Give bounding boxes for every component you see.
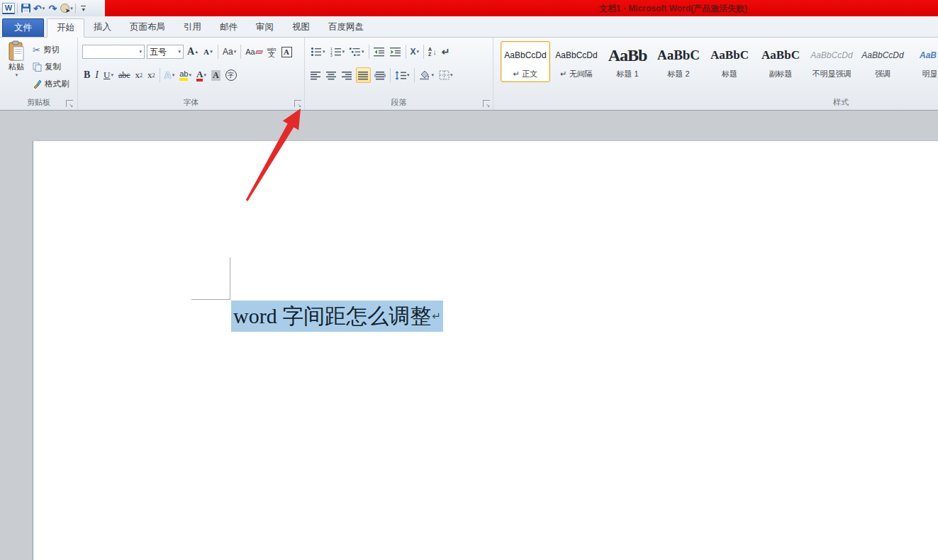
strikethrough-button[interactable]: abc (117, 67, 132, 83)
dropdown-caret-icon: ▾ (189, 72, 191, 78)
bold-button[interactable]: B (82, 67, 91, 83)
superscript-button[interactable]: x2 (146, 67, 157, 83)
increase-indent-button[interactable] (389, 44, 403, 60)
font-color-button[interactable]: A▾ (195, 67, 208, 83)
paste-button[interactable]: 粘贴 ▾ (3, 40, 30, 96)
separator (240, 45, 241, 59)
quick-access-toolbar: W ↶▾ ↷ ➤▾ ▼ (2, 1, 89, 15)
paragraph-mark-icon: ↵ (442, 46, 450, 57)
clipboard-group: 粘贴 ▾ ✂ 剪切 复制 (0, 38, 78, 110)
character-shading-button[interactable]: A (210, 67, 222, 83)
dropdown-caret-icon: ▾ (172, 72, 175, 78)
distribute-icon (374, 71, 386, 80)
borders-button[interactable]: ▾ (437, 67, 454, 83)
increase-indent-icon (390, 47, 401, 57)
phonetic-guide-icon: wén 文 (267, 47, 277, 57)
style-subtle-emphasis[interactable]: AaBbCcDd 不明显强调 (807, 41, 856, 82)
ribbon-tab-row: 文件 开始 插入 页面布局 引用 邮件 审阅 视图 百度网盘 (0, 16, 938, 38)
align-left-button[interactable] (309, 67, 323, 83)
tab-insert[interactable]: 插入 (84, 18, 121, 37)
multilevel-list-icon (350, 47, 361, 57)
tab-file[interactable]: 文件 (2, 18, 44, 37)
word-logo-icon[interactable]: W (2, 3, 15, 14)
svg-text:3: 3 (330, 53, 333, 57)
line-spacing-icon (395, 71, 406, 80)
style-title[interactable]: AaBbC 标题 (705, 41, 754, 82)
text-highlight-button[interactable]: ab▾ (178, 67, 193, 83)
shading-button[interactable]: ▾ (418, 67, 436, 83)
paragraph-group-label: 段落 (305, 97, 493, 108)
tab-review[interactable]: 审阅 (247, 18, 283, 37)
font-group-label: 字体 (78, 97, 304, 108)
format-painter-button[interactable]: 格式刷 (33, 75, 69, 92)
undo-button[interactable]: ↶▾ (33, 2, 45, 15)
styles-group-label: 样式 (770, 97, 912, 108)
document-page[interactable]: word 字间距怎么调整 ↵ Bai du (33, 141, 938, 560)
font-dialog-launcher[interactable]: ↘ (294, 100, 301, 107)
style-heading2[interactable]: AaBbC 标题 2 (654, 41, 703, 82)
bullets-button[interactable]: ▾ (309, 44, 327, 60)
shrink-font-button[interactable]: A▼ (202, 44, 215, 60)
style-heading1[interactable]: AaBb 标题 1 (603, 41, 652, 82)
italic-button[interactable]: I (94, 67, 100, 83)
justify-button[interactable] (356, 67, 371, 83)
style-subtitle[interactable]: AaBbC 副标题 (756, 41, 805, 82)
align-left-icon (311, 71, 321, 80)
dropdown-caret-icon: ▾ (342, 49, 345, 55)
save-icon[interactable] (20, 2, 31, 15)
tab-baidu-netdisk[interactable]: 百度网盘 (319, 18, 373, 37)
align-right-icon (342, 71, 352, 80)
numbering-button[interactable]: 123 ▾ (329, 44, 347, 60)
customize-quick-access-button[interactable]: ▼ (78, 2, 89, 15)
style-normal[interactable]: AaBbCcDd ↵ 正文 (501, 41, 550, 82)
style-intense-emphasis[interactable]: AaBbC 明显强 (909, 41, 937, 82)
paragraph-dialog-launcher[interactable]: ↘ (483, 100, 490, 107)
font-size-combo[interactable]: 五号 ▾ (147, 45, 184, 59)
selected-text-highlight[interactable]: word 字间距怎么调整 ↵ (231, 301, 443, 332)
show-hide-marks-button[interactable]: ↵ (440, 44, 452, 60)
dropdown-caret-icon: ▾ (178, 49, 181, 55)
styles-group: AaBbCcDd ↵ 正文 AaBbCcDd ↵ 无间隔 AaBb 标题 1 A… (493, 38, 938, 110)
document-text[interactable]: word 字间距怎么调整 (233, 302, 431, 331)
dropdown-caret-icon: ▾ (139, 49, 142, 55)
grow-font-button[interactable]: A▲ (186, 44, 200, 60)
tab-references[interactable]: 引用 (174, 18, 211, 37)
asian-layout-button[interactable]: X▾ (409, 44, 421, 60)
change-case-icon: Aa (223, 47, 233, 57)
separator (17, 4, 18, 13)
style-no-spacing[interactable]: AaBbCcDd ↵ 无间隔 (552, 41, 601, 82)
font-color-icon: A (196, 69, 203, 82)
ribbon: 粘贴 ▾ ✂ 剪切 复制 (0, 38, 938, 111)
change-case-button[interactable]: Aa▾ (221, 44, 238, 60)
style-emphasis[interactable]: AaBbCcDd 强调 (858, 41, 908, 82)
subscript-button[interactable]: x2 (134, 67, 145, 83)
clear-formatting-button[interactable]: Aa (244, 44, 263, 60)
tab-home[interactable]: 开始 (47, 18, 84, 38)
multilevel-list-button[interactable]: ▾ (348, 44, 366, 60)
underline-button[interactable]: U▾ (102, 67, 115, 83)
copy-button[interactable]: 复制 (33, 58, 69, 75)
tab-page-layout[interactable]: 页面布局 (121, 18, 174, 37)
character-border-button[interactable]: A (280, 44, 294, 60)
stamp-tool-button[interactable]: ➤▾ (60, 2, 73, 15)
clipboard-dialog-launcher[interactable]: ↘ (66, 100, 73, 107)
tab-mailings[interactable]: 邮件 (211, 18, 247, 37)
enclose-characters-button[interactable]: 字 (224, 67, 238, 83)
sort-button[interactable]: AZ ↓ (427, 44, 438, 60)
phonetic-guide-button[interactable]: wén 文 (266, 44, 278, 60)
separator (369, 45, 369, 59)
copy-icon (33, 62, 42, 72)
line-spacing-button[interactable]: ▾ (393, 67, 411, 83)
font-name-combo[interactable]: ▾ (82, 45, 145, 59)
cut-label: 剪切 (43, 45, 60, 55)
distribute-button[interactable] (373, 67, 387, 83)
redo-button[interactable]: ↷ (47, 2, 58, 15)
align-center-button[interactable] (325, 67, 338, 83)
text-effects-button[interactable]: A▾ (163, 67, 177, 83)
align-right-button[interactable] (340, 67, 354, 83)
separator (160, 68, 160, 82)
tab-view[interactable]: 视图 (283, 18, 319, 37)
decrease-indent-button[interactable] (372, 44, 386, 60)
dropdown-caret-icon: ▾ (111, 72, 113, 78)
cut-button[interactable]: ✂ 剪切 (33, 41, 69, 58)
